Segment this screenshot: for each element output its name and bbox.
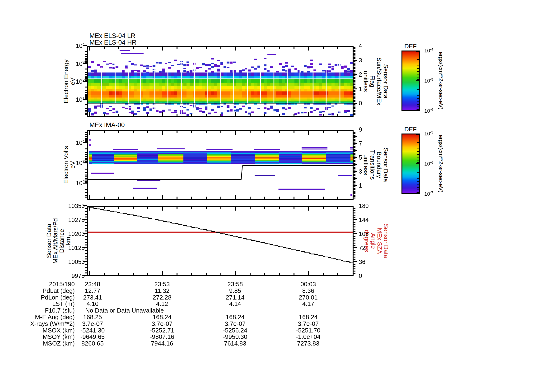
axis-tick [85, 114, 87, 115]
axis-tick [85, 138, 87, 139]
axis-tick [323, 207, 324, 209]
axis-tick [417, 101, 419, 102]
axis-tick [89, 207, 90, 211]
axis-tick [176, 131, 177, 133]
axis-tick [133, 47, 134, 49]
axis-tick [354, 178, 357, 179]
axis-tick [354, 106, 355, 107]
axis-tick [354, 144, 355, 145]
axis-tick [354, 164, 357, 165]
axis-tick [354, 67, 355, 68]
axis-tick [85, 58, 87, 59]
colorbar-tick-label: 10-5 [424, 77, 433, 84]
axis-tick [354, 271, 355, 271]
axis-tick [147, 47, 148, 49]
axis-tick [417, 181, 419, 182]
axis-tick [308, 207, 309, 211]
axis-tick [85, 195, 87, 196]
axis-tick [354, 100, 355, 101]
axis-tick [85, 258, 87, 259]
right-tick-label-dist: 180 [359, 203, 369, 209]
axis-tick [417, 172, 419, 173]
axis-tick [85, 222, 87, 223]
axis-tick [85, 152, 87, 153]
axis-tick [354, 139, 355, 140]
axis-tick [354, 137, 355, 138]
axis-tick [417, 109, 419, 110]
axis-tick [354, 81, 355, 82]
axis-tick [417, 187, 419, 188]
axis-tick [191, 207, 192, 209]
right-tick-label-ima: 1 [359, 182, 362, 189]
axis-tick [354, 177, 355, 178]
axis-tick [206, 207, 207, 209]
axis-tick [417, 76, 419, 76]
axis-ticks-layer: 1041031021011041031021035010275102001012… [0, 0, 555, 392]
axis-tick [85, 86, 87, 87]
axis-tick [118, 47, 119, 49]
y-tick-label-els: 103 [76, 60, 85, 67]
axis-tick [85, 110, 87, 111]
axis-tick [133, 131, 134, 133]
axis-tick [354, 143, 357, 144]
axis-tick [354, 51, 355, 52]
axis-tick [354, 74, 357, 75]
axis-tick [354, 160, 355, 161]
axis-tick [85, 178, 87, 179]
axis-tick [104, 131, 105, 133]
axis-tick [354, 157, 357, 158]
axis-tick [354, 268, 355, 269]
axis-tick [354, 147, 355, 148]
axis-tick [206, 131, 207, 133]
axis-tick [85, 192, 87, 193]
axis-tick [354, 90, 355, 91]
axis-tick [293, 131, 294, 133]
axis-tick [118, 207, 119, 209]
axis-tick [250, 273, 251, 275]
axis-tick [85, 208, 87, 209]
axis-tick [308, 131, 309, 135]
axis-tick [85, 159, 87, 160]
right-tick-label-ima: 3 [359, 168, 362, 175]
y-tick-label-els: 101 [76, 96, 85, 103]
axis-tick [235, 195, 236, 199]
axis-tick [85, 175, 87, 176]
axis-tick [85, 197, 87, 198]
axis-tick [85, 244, 87, 245]
axis-tick [147, 197, 148, 199]
axis-tick [206, 47, 207, 49]
axis-tick [354, 113, 355, 114]
axis-tick [279, 114, 280, 116]
axis-tick [417, 104, 419, 105]
right-tick-label-dist: 36 [359, 258, 365, 265]
axis-tick [250, 114, 251, 116]
right-tick-label-els: 3 [359, 57, 362, 64]
right-tick-label-els: 4 [359, 43, 362, 49]
axis-tick [354, 222, 355, 223]
axis-tick [85, 211, 87, 212]
axis-tick [417, 71, 419, 72]
axis-tick [235, 271, 236, 275]
y-tick-label-ima: 104 [76, 139, 85, 146]
axis-tick [85, 239, 87, 240]
axis-tick [85, 104, 87, 105]
axis-tick [354, 48, 355, 49]
axis-tick [354, 91, 355, 92]
axis-tick [162, 207, 163, 211]
axis-tick [85, 54, 87, 55]
axis-tick [220, 207, 221, 209]
axis-tick [220, 197, 221, 199]
axis-tick [354, 250, 355, 251]
axis-tick [250, 47, 251, 49]
axis-tick [337, 131, 338, 133]
axis-tick [85, 272, 87, 273]
axis-tick [85, 253, 87, 254]
axis-tick [104, 197, 105, 199]
axis-tick [85, 189, 87, 190]
axis-tick [354, 58, 355, 59]
axis-tick [133, 207, 134, 209]
right-tick-label-dist: 144 [359, 216, 369, 223]
axis-tick [293, 207, 294, 209]
axis-tick [417, 79, 419, 80]
axis-tick [162, 131, 163, 135]
